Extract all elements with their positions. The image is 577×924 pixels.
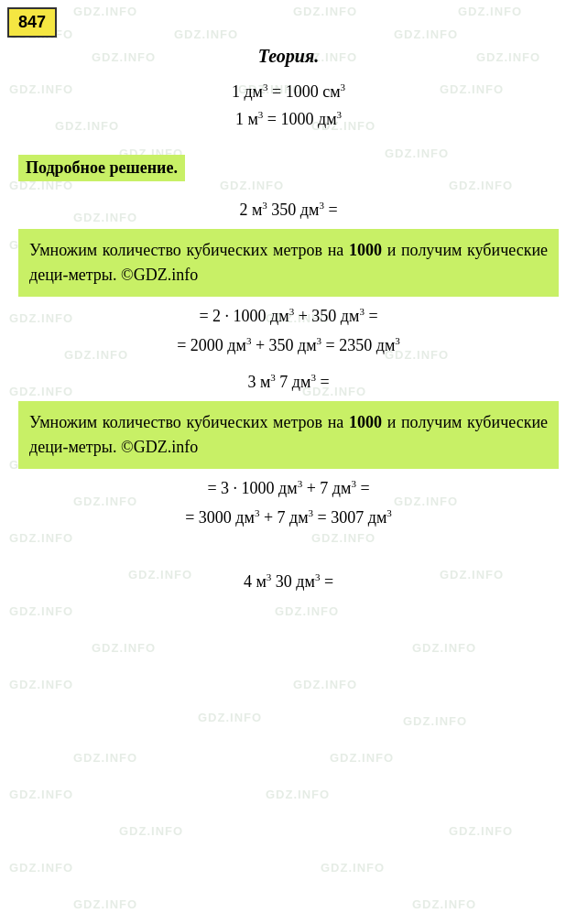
- problem-1: 2 м3 350 дм3 =: [18, 200, 559, 220]
- theory-title: Теория.: [18, 46, 559, 67]
- watermark: GDZ.INFO: [412, 897, 476, 911]
- theory-line-2: 1 м3 = 1000 дм3: [18, 109, 559, 129]
- watermark: GDZ.INFO: [412, 641, 476, 655]
- step1-section1: = 2 · 1000 дм3 + 350 дм3 =: [18, 306, 559, 326]
- watermark: GDZ.INFO: [9, 861, 73, 875]
- watermark: GDZ.INFO: [73, 897, 137, 911]
- detailed-solution-label: Подробное решение.: [18, 155, 185, 181]
- step2-section2: = 3000 дм3 + 7 дм3 = 3007 дм3: [18, 507, 559, 527]
- watermark: GDZ.INFO: [266, 788, 330, 801]
- explanation-1: Умножим количество кубических метров на …: [18, 229, 559, 297]
- watermark: GDZ.INFO: [92, 641, 156, 655]
- watermark: GDZ.INFO: [321, 861, 385, 875]
- problem-2: 3 м3 7 дм3 =: [18, 372, 559, 392]
- watermark: GDZ.INFO: [9, 678, 73, 691]
- theory-line-1: 1 дм3 = 1000 см3: [18, 82, 559, 102]
- explanation-2: Умножим количество кубических метров на …: [18, 401, 559, 469]
- problem-3: 4 м3 30 дм3 =: [18, 571, 559, 592]
- watermark: GDZ.INFO: [73, 751, 137, 765]
- watermark: GDZ.INFO: [330, 751, 394, 765]
- watermark: GDZ.INFO: [449, 824, 513, 838]
- watermark: GDZ.INFO: [198, 711, 262, 724]
- step1-section2: = 3 · 1000 дм3 + 7 дм3 =: [18, 478, 559, 498]
- watermark: GDZ.INFO: [9, 788, 73, 801]
- step2-section1: = 2000 дм3 + 350 дм3 = 2350 дм3: [18, 335, 559, 355]
- problem-number-badge: 847: [7, 7, 57, 38]
- watermark: GDZ.INFO: [403, 714, 467, 728]
- watermark: GDZ.INFO: [119, 824, 183, 838]
- watermark: GDZ.INFO: [293, 678, 357, 691]
